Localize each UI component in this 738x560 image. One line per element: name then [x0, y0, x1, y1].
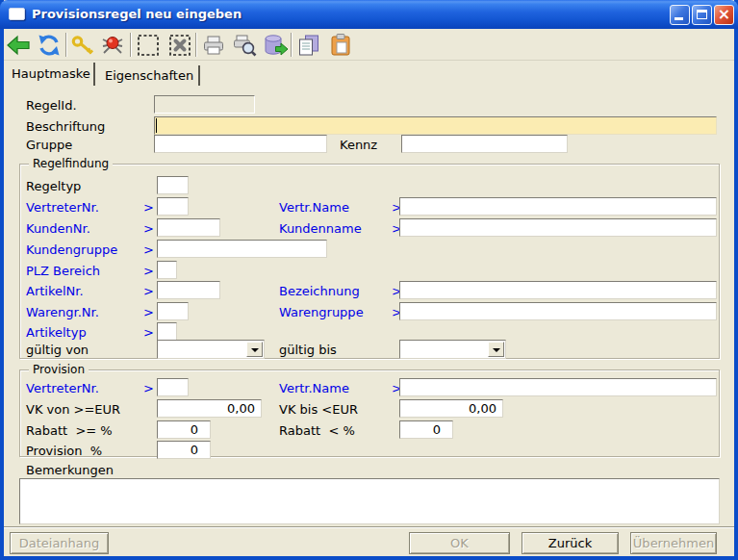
key-icon: [70, 33, 95, 58]
beschriftung-field[interactable]: [154, 116, 717, 135]
bemerkungen-label: Bemerkungen: [26, 461, 114, 479]
artikelnr-field[interactable]: [157, 281, 220, 299]
kundengruppe-field[interactable]: [157, 240, 327, 258]
regelid-label: RegelId.: [26, 96, 77, 115]
selection-empty-icon: [136, 33, 161, 58]
vertrname-field[interactable]: [399, 197, 717, 216]
gueltig-bis-combobox[interactable]: [399, 340, 506, 359]
vertreternr-field[interactable]: [157, 197, 189, 216]
toolbar-separator: [291, 33, 293, 57]
bottom-separator: [4, 526, 734, 528]
kennz-field[interactable]: [401, 135, 568, 153]
artikeltyp-link[interactable]: Artikeltyp: [26, 323, 87, 342]
paste-button[interactable]: [327, 32, 354, 59]
provision-vertreternr-field[interactable]: [157, 378, 189, 396]
bemerkungen-textarea[interactable]: [19, 478, 720, 524]
selection-clear-icon: [167, 33, 192, 58]
plz-bereich-link[interactable]: PLZ Bereich: [26, 262, 100, 280]
plz-chevron: >: [143, 262, 154, 280]
database-export-button[interactable]: [262, 32, 289, 59]
provision-vertreternr-link[interactable]: VertreterNr.: [26, 379, 99, 397]
vertrname-link[interactable]: Vertr.Name: [279, 198, 349, 216]
gueltig-von-dropdown-button[interactable]: [246, 342, 263, 357]
artikeltyp-chevron: >: [143, 323, 154, 342]
vk-von-field[interactable]: [157, 399, 262, 418]
kundennr-chevron: >: [143, 219, 154, 238]
print-icon: [201, 33, 226, 58]
rabatt-ge-field[interactable]: [157, 420, 211, 439]
print-preview-icon: [232, 33, 257, 58]
kundennr-field[interactable]: [157, 218, 220, 237]
kundenname-field[interactable]: [399, 218, 717, 237]
regeltyp-label: Regeltyp: [26, 177, 81, 195]
regelfindung-title: Regelfindung: [29, 157, 113, 170]
regelfindung-groupbox: Regelfindung: [19, 164, 720, 359]
gueltig-von-combobox[interactable]: [157, 340, 265, 359]
paste-icon: [328, 33, 353, 58]
provision-prozent-field[interactable]: [157, 441, 211, 459]
vk-bis-label: VK bis <EUR: [279, 400, 358, 419]
toolbar-separator: [130, 33, 132, 57]
close-button[interactable]: ×: [714, 5, 734, 25]
print-preview-button[interactable]: [231, 32, 258, 59]
kundennr-link[interactable]: KundenNr.: [26, 219, 90, 238]
tab-hauptmaske[interactable]: Hauptmaske: [4, 63, 95, 86]
beschriftung-label: Beschriftung: [26, 117, 105, 136]
selection-clear-button[interactable]: [166, 32, 193, 59]
kennz-label: Kennz: [340, 136, 377, 154]
chevron-down-icon: [493, 348, 500, 352]
gueltig-bis-value: [400, 344, 403, 358]
tab-eigenschaften[interactable]: Eigenschaften: [97, 65, 200, 86]
maximize-button[interactable]: [692, 5, 712, 25]
bezeichnung-link[interactable]: Bezeichnung: [279, 282, 360, 300]
artikelnr-link[interactable]: ArtikelNr.: [26, 282, 84, 300]
rabatt-lt-field[interactable]: [399, 420, 453, 439]
rabatt-ge-label: Rabatt >= %: [26, 421, 113, 440]
key-button[interactable]: [69, 32, 96, 59]
warengruppe-link[interactable]: Warengruppe: [279, 303, 364, 321]
chevron-down-icon: [251, 348, 259, 352]
regelid-field: [154, 95, 255, 114]
dialog-window: Provisionsregel neu eingeben ×: [0, 0, 738, 560]
debug-spider-button[interactable]: [99, 32, 126, 59]
copy-button[interactable]: [295, 32, 322, 59]
provision-vertreternr-chevron: >: [143, 379, 154, 397]
provision-vertrname-field[interactable]: [399, 378, 717, 396]
back-icon: [6, 33, 31, 58]
selection-empty-button[interactable]: [135, 32, 162, 59]
bezeichnung-field[interactable]: [399, 281, 717, 299]
minimize-button[interactable]: [670, 5, 690, 25]
print-button[interactable]: [200, 32, 227, 59]
text-caret: [156, 118, 157, 133]
refresh-button[interactable]: [36, 32, 63, 59]
provision-vertrname-link[interactable]: Vertr.Name: [279, 379, 349, 397]
window-title: Provisionsregel neu eingeben: [32, 0, 242, 29]
gueltig-bis-label: gültig bis: [279, 341, 337, 359]
zurueck-button[interactable]: Zurück: [522, 532, 619, 554]
close-icon: ×: [715, 6, 733, 24]
vk-bis-field[interactable]: [399, 399, 503, 418]
warengruppe-field[interactable]: [399, 302, 717, 320]
gueltig-bis-dropdown-button[interactable]: [488, 342, 504, 357]
dateianhang-button[interactable]: Dateianhang: [10, 532, 109, 554]
minimize-icon: [674, 17, 683, 20]
rabatt-lt-label: Rabatt < %: [279, 421, 355, 440]
back-button[interactable]: [5, 32, 32, 59]
ok-button[interactable]: OK: [409, 532, 510, 554]
plz-bereich-field[interactable]: [157, 261, 177, 279]
kundenname-link[interactable]: Kundenname: [279, 219, 362, 238]
provision-prozent-label: Provision %: [26, 442, 102, 460]
gruppe-field[interactable]: [154, 135, 327, 153]
uebernehmen-button[interactable]: Übernehmen: [630, 532, 717, 554]
vertreternr-link[interactable]: VertreterNr.: [26, 198, 99, 216]
artikeltyp-field[interactable]: [157, 322, 177, 341]
warengrnr-link[interactable]: Warengr.Nr.: [26, 303, 99, 321]
maximize-icon: [697, 10, 707, 19]
provision-title: Provision: [29, 363, 89, 376]
titlebar[interactable]: Provisionsregel neu eingeben ×: [0, 0, 738, 29]
regeltyp-field[interactable]: [157, 176, 189, 194]
warengrnr-field[interactable]: [157, 302, 189, 320]
database-export-icon: [263, 33, 288, 58]
kundengruppe-link[interactable]: Kundengruppe: [26, 241, 117, 259]
dialog-content: Hauptmaske Eigenschaften RegelId. Beschr…: [4, 29, 734, 556]
